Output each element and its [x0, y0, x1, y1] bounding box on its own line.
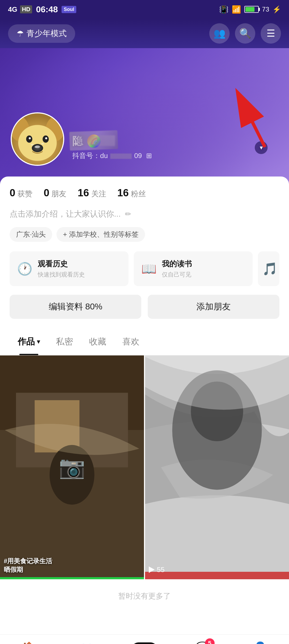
history-icon: 🕐	[17, 262, 32, 276]
plus-icon: +	[63, 230, 67, 239]
svg-point-11	[31, 144, 34, 145]
tab-likes-label: 喜欢	[122, 336, 139, 348]
edit-bio-icon[interactable]: ✏	[125, 210, 131, 218]
followers-label: 粉丝	[131, 189, 146, 199]
feature-reading[interactable]: 📖 我的读书 仅自己可见	[134, 251, 253, 286]
videos-grid: 📷 #用美食记录生活 晒假期 55	[0, 355, 289, 579]
nav-me[interactable]: 👤 我	[247, 641, 273, 644]
battery-percent: 73	[262, 6, 269, 13]
svg-point-3	[18, 125, 57, 161]
svg-point-7	[45, 137, 47, 139]
avatar[interactable]	[11, 112, 64, 166]
feature-history[interactable]: 🕐 观看历史 快速找到观看历史	[10, 251, 128, 286]
svg-point-10	[35, 145, 40, 148]
me-icon: 👤	[253, 641, 268, 644]
qr-icon: ⊞	[146, 152, 152, 160]
video-item-1[interactable]: 📷 #用美食记录生活 晒假期	[0, 355, 144, 579]
nav-friends[interactable]: 👥 朋友	[73, 641, 100, 644]
avatar-image	[12, 112, 63, 166]
followers-count: 16	[117, 187, 129, 199]
stat-likes[interactable]: 0 获赞	[10, 187, 32, 199]
video-progress-bar	[0, 577, 144, 579]
following-count: 16	[78, 187, 89, 199]
tab-private-label: 私密	[56, 336, 73, 348]
status-right: 📳 📶 73 ⚡	[219, 5, 281, 14]
menu-button[interactable]: ☰	[261, 23, 281, 44]
hd-badge: HD	[20, 5, 32, 13]
tags-row: 广东·汕头 + 添加学校、性别等标签	[10, 227, 279, 242]
status-left: 4G HD 06:48 Soul	[8, 5, 76, 14]
content-tabs: 作品 ▾ 私密 收藏 喜欢	[10, 328, 279, 355]
avatar-container[interactable]	[11, 112, 64, 166]
bottom-nav: 🏠 首页 👥 朋友 + 💬 5 消息 👤 我	[0, 634, 289, 644]
battery-fill	[245, 7, 254, 12]
tab-dropdown-icon: ▾	[37, 338, 40, 345]
messages-icon: 💬 5	[195, 641, 210, 644]
features-row: 🕐 观看历史 快速找到观看历史 📖 我的读书 仅自己可见 🎵	[10, 251, 279, 286]
add-friend-button[interactable]: 添加朋友	[148, 295, 279, 319]
teen-mode-label: 青少年模式	[26, 28, 67, 39]
video-item-2[interactable]: 55	[145, 355, 289, 579]
wifi-icon: 📶	[232, 5, 241, 14]
location-tag[interactable]: 广东·汕头	[10, 227, 52, 242]
tab-private[interactable]: 私密	[48, 328, 81, 355]
status-bar: 4G HD 06:48 Soul 📳 📶 73 ⚡	[0, 0, 289, 19]
likes-count: 0	[10, 187, 15, 199]
username-area: 隐 🌈 ▾ 抖音号：du 09 ⊞	[72, 134, 268, 160]
feature-music[interactable]: 🎵	[258, 251, 279, 286]
bio-text: 点击添加介绍，让大家认识你...	[10, 209, 121, 220]
signal-icon: 4G	[8, 5, 17, 14]
video-thumbnail-2	[145, 355, 289, 579]
friends-icon: 👥	[214, 28, 226, 39]
camera-icon: 📷	[59, 455, 85, 480]
video-overlay-1: #用美食记录生活 晒假期	[4, 557, 52, 574]
douyin-id-suffix: 09	[134, 152, 142, 160]
stat-following[interactable]: 16 关注	[78, 187, 106, 199]
no-more-content: 暂时没有更多了	[0, 579, 289, 613]
friends-nav-icon: 👥	[79, 641, 94, 644]
profile-card: 0 获赞 0 朋友 16 关注 16 粉丝 点击添加介绍，让大家认识你... ✏…	[0, 177, 289, 355]
stat-followers[interactable]: 16 粉丝	[117, 187, 146, 199]
nav-messages[interactable]: 💬 5 消息	[189, 641, 216, 644]
profile-dropdown-button[interactable]: ▾	[255, 141, 268, 154]
video-caption-1: 晒假期	[4, 565, 52, 574]
search-icon: 🔍	[239, 28, 251, 39]
likes-label: 获赞	[17, 189, 32, 199]
vibrate-icon: 📳	[219, 5, 229, 14]
nav-home[interactable]: 🏠 首页	[16, 641, 42, 644]
add-tag-label: 添加学校、性别等标签	[69, 230, 139, 239]
nav-bar: ☂ 青少年模式 👥 🔍 ☰	[0, 19, 289, 48]
tab-works[interactable]: 作品 ▾	[10, 328, 48, 355]
search-button[interactable]: 🔍	[235, 23, 255, 44]
bio-row[interactable]: 点击添加介绍，让大家认识你... ✏	[10, 209, 279, 220]
lightning-icon: ⚡	[272, 5, 281, 14]
add-tag-button[interactable]: + 添加学校、性别等标签	[56, 227, 145, 242]
friends-button[interactable]: 👥	[209, 23, 230, 44]
nav-add[interactable]: +	[131, 642, 158, 644]
stat-friends[interactable]: 0 朋友	[44, 187, 66, 199]
no-more-text: 暂时没有更多了	[118, 592, 171, 600]
tab-likes[interactable]: 喜欢	[114, 328, 147, 355]
battery-indicator	[244, 6, 259, 13]
video-tag-1: #用美食记录生活	[4, 557, 52, 565]
play-triangle-icon	[149, 566, 155, 573]
action-row: 编辑资料 80% 添加朋友	[10, 295, 279, 319]
spacer	[0, 613, 289, 634]
tab-works-label: 作品	[18, 336, 35, 348]
feature-reading-sub: 仅自己可见	[162, 271, 192, 279]
douyin-id: 抖音号：du 09 ⊞	[72, 151, 268, 160]
feature-history-text: 观看历史 快速找到观看历史	[38, 259, 85, 279]
douyin-id-text: 抖音号：du	[72, 152, 108, 160]
teen-mode-button[interactable]: ☂ 青少年模式	[8, 24, 75, 43]
tab-favorites[interactable]: 收藏	[81, 328, 114, 355]
play-count-2: 55	[149, 566, 165, 574]
svg-rect-25	[145, 572, 289, 579]
stats-row: 0 获赞 0 朋友 16 关注 16 粉丝	[10, 187, 279, 199]
edit-profile-button[interactable]: 编辑资料 80%	[10, 295, 141, 319]
tab-favorites-label: 收藏	[89, 336, 106, 348]
add-button[interactable]: +	[131, 642, 158, 644]
nav-action-icons: 👥 🔍 ☰	[209, 23, 281, 44]
home-icon: 🏠	[22, 641, 36, 644]
play-count-text: 55	[157, 566, 165, 574]
status-time: 06:48	[36, 5, 58, 14]
